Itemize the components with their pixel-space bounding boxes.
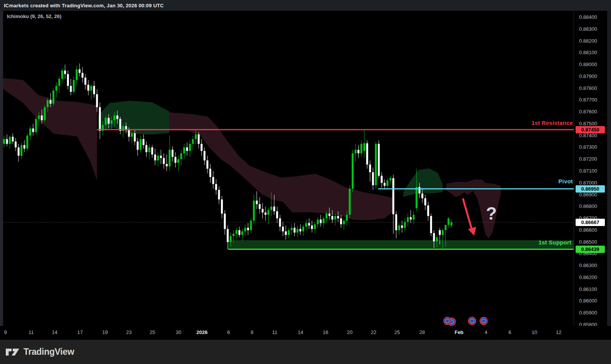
candlestick <box>413 215 415 219</box>
event-icon-star <box>451 323 452 324</box>
question-mark-annotation[interactable]: ? <box>486 203 497 223</box>
time-axis-tick: 17 <box>71 329 89 335</box>
pivot-annotation-label[interactable]: Pivot <box>558 178 573 184</box>
candlestick <box>262 209 264 212</box>
candlestick <box>392 178 394 214</box>
candlestick <box>419 187 421 194</box>
candlestick <box>247 228 249 230</box>
candlestick <box>323 218 325 223</box>
time-axis[interactable]: 91114171923253020266811141620222528Feb46… <box>0 326 611 340</box>
footer-bar: TradingView <box>0 340 611 364</box>
candlestick <box>343 221 345 224</box>
candlestick <box>253 201 255 221</box>
time-axis-tick: 11 <box>22 329 40 335</box>
event-icon-star <box>453 321 454 322</box>
candlestick <box>212 177 214 184</box>
candlestick <box>200 144 202 151</box>
candlestick <box>334 216 336 219</box>
tradingview-logo-icon[interactable] <box>5 347 20 357</box>
candlestick <box>128 130 130 136</box>
candlestick <box>18 147 20 156</box>
time-axis-tick: 4 <box>477 329 495 335</box>
time-axis-tick: 10 <box>525 329 544 335</box>
candlestick <box>140 139 142 150</box>
candlestick <box>224 214 226 229</box>
candlestick <box>23 145 25 148</box>
time-axis-tick: 6 <box>219 329 238 335</box>
candlestick <box>35 119 37 132</box>
price-axis-tick: 0.87700 <box>579 97 606 103</box>
price-axis-tick: 0.86600 <box>579 227 606 233</box>
time-axis-tick: 19 <box>96 329 114 335</box>
candlestick <box>235 230 237 234</box>
price-axis-tick: 0.86800 <box>579 203 606 209</box>
candlestick <box>142 139 144 145</box>
candlestick <box>290 228 292 230</box>
candlestick <box>90 86 92 90</box>
price-axis-tick: 0.86000 <box>579 298 606 304</box>
price-axis[interactable]: 0.884000.883000.882000.881000.880000.879… <box>574 11 607 326</box>
price-axis-tick: 0.88300 <box>579 26 606 32</box>
price-axis-tick: 0.88200 <box>579 38 606 44</box>
candlestick <box>9 137 11 144</box>
left-frame-strip <box>0 11 3 326</box>
candlestick <box>308 223 310 225</box>
candlestick <box>427 205 429 216</box>
candlestick <box>227 229 229 242</box>
candlestick <box>311 226 313 229</box>
event-icon-star <box>483 319 484 319</box>
candlestick <box>349 189 351 215</box>
event-icon-star <box>472 319 472 319</box>
candlestick <box>151 147 153 154</box>
candlestick <box>361 144 362 153</box>
event-icon-star <box>484 322 485 322</box>
candlestick <box>149 147 150 152</box>
candlestick <box>407 217 409 222</box>
down-arrow-annotation[interactable] <box>463 198 472 229</box>
time-axis-tick: 30 <box>169 329 188 335</box>
right-frame-strip <box>607 11 611 326</box>
candlestick <box>276 211 278 218</box>
candlestick <box>250 221 252 230</box>
support-annotation-label[interactable]: 1st Support <box>538 239 571 246</box>
event-icon-star <box>471 319 471 320</box>
tradingview-brand-text[interactable]: TradingView <box>23 347 74 357</box>
resistance-annotation-label[interactable]: 1st Resistance <box>531 120 573 126</box>
chart-plot-svg[interactable]: ? <box>3 11 574 326</box>
candlestick <box>326 214 327 218</box>
event-icon-star <box>448 319 449 320</box>
eu-flag-event-icon[interactable] <box>480 317 487 325</box>
time-axis-tick: 20 <box>341 329 359 335</box>
candlestick <box>172 150 174 157</box>
candlestick <box>375 144 377 185</box>
candlestick <box>215 184 217 190</box>
candlestick <box>270 206 272 210</box>
candlestick <box>67 74 69 86</box>
event-icon-star <box>448 322 449 322</box>
time-axis-tick: 14 <box>291 329 310 335</box>
candlestick <box>299 229 301 231</box>
candlestick <box>96 94 98 107</box>
price-axis-tick: 0.87300 <box>579 144 606 150</box>
resistance-price-chip: 0.87450 <box>576 126 605 133</box>
candlestick <box>259 204 260 209</box>
support-zone-box[interactable] <box>228 240 574 249</box>
candlestick <box>116 115 118 119</box>
event-icon-ring <box>444 317 451 325</box>
candlestick <box>174 157 176 163</box>
candlestick <box>84 78 86 85</box>
tradingview-chart-window: ICmarkets created with TradingView.com, … <box>0 0 611 364</box>
candlestick <box>421 193 423 198</box>
price-axis-tick: 0.88000 <box>579 61 606 68</box>
candlestick <box>398 226 400 230</box>
candlestick <box>58 79 60 86</box>
candlestick <box>76 69 78 80</box>
candlestick <box>38 115 40 119</box>
event-icon-star <box>482 319 483 320</box>
event-icon-star <box>481 321 482 321</box>
candlestick <box>404 222 406 228</box>
eu-flag-event-icon[interactable] <box>444 317 451 325</box>
candlestick <box>195 135 197 139</box>
eu-flag-event-icon[interactable] <box>469 317 476 325</box>
chart-header-bar: ICmarkets created with TradingView.com, … <box>0 0 611 11</box>
